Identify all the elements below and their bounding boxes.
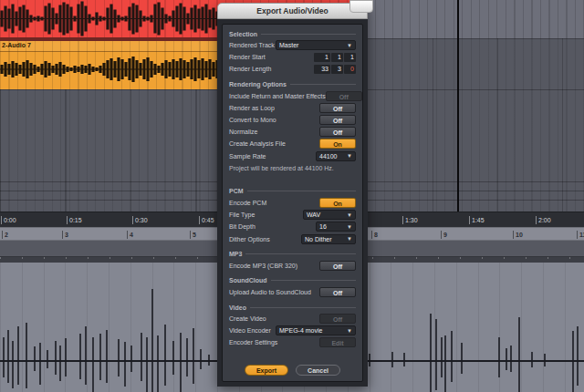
row-rendered-track: Rendered TrackMaster▼: [229, 39, 356, 51]
bar-number-label: 2: [2, 231, 8, 239]
field-label: Upload Audio to SoundCloud: [229, 289, 311, 295]
section-header: PCM: [229, 186, 356, 197]
field-label: Dither Options: [229, 236, 270, 242]
section-header: Selection: [229, 28, 356, 39]
toggle-include-return-and-master-effects: Off: [326, 91, 362, 101]
dialog-title: Export Audio/Video: [256, 6, 328, 15]
dialog-titlebar[interactable]: Export Audio/Video: [217, 3, 368, 19]
section-rule: [245, 253, 356, 254]
row-video-encoder: Video EncoderMPEG-4 movie▼: [229, 325, 356, 336]
window-corner-pill: [349, 0, 373, 13]
spin-cell[interactable]: 1: [314, 53, 330, 62]
dialog-panel: SelectionRendered TrackMaster▼Render Sta…: [222, 24, 363, 382]
time-label: 0:45: [199, 216, 214, 224]
section-header-label: MP3: [229, 251, 242, 257]
toggle-encode-pcm[interactable]: On: [319, 198, 356, 208]
section-header: MP3: [229, 249, 356, 260]
dropdown-value: 16: [317, 223, 327, 230]
time-label: 1:30: [402, 216, 418, 224]
toggle-create-analysis-file[interactable]: On: [319, 139, 356, 149]
spin-cell[interactable]: 1: [331, 53, 343, 62]
row-project-will-be-rendered-at-44100-hz: Project will be rendered at 44100 Hz.: [229, 162, 356, 174]
field-label: Create Analysis File: [229, 140, 286, 147]
row-render-as-loop: Render as LoopOff: [229, 102, 356, 114]
time-label: 0:15: [67, 216, 82, 224]
dropdown-value: No Dither: [302, 236, 332, 242]
track-lane: [367, 0, 584, 38]
row-sample-rate: Sample Rate44100▼: [229, 150, 356, 162]
lane-divider: [367, 38, 584, 39]
section-pcm: PCMEncode PCMOnFile TypeWAV▼Bit Depth16▼…: [229, 186, 356, 245]
ableton-arrangement-view: 2-Audio 7 0:000:150:300:451:301:452:00 2…: [0, 0, 584, 392]
section-rule: [250, 307, 356, 308]
row-normalize: NormalizeOff: [229, 126, 356, 138]
bar-number-label: 10: [513, 231, 523, 239]
field-label: Create Video: [229, 315, 266, 322]
spin-cell[interactable]: 1: [344, 53, 356, 62]
dialog-body: SelectionRendered TrackMaster▼Render Sta…: [217, 19, 368, 387]
section-video: VideoCreate VideoOffVideo EncoderMPEG-4 …: [229, 302, 356, 349]
field-label: Convert to Mono: [229, 117, 276, 123]
field-label: Video Encoder: [229, 327, 271, 334]
row-file-type: File TypeWAV▼: [229, 209, 356, 221]
section-soundcloud: SoundCloudUpload Audio to SoundCloudOff: [229, 275, 356, 298]
field-label: Normalize: [229, 129, 258, 135]
field-label: Sample Rate: [229, 153, 266, 160]
toggle-encode-mp3-cbr-320[interactable]: Off: [319, 261, 356, 271]
dropdown-rendered-track[interactable]: Master▼: [276, 40, 356, 50]
spin-render-length: 3330: [314, 65, 356, 74]
toggle-convert-to-mono[interactable]: Off: [319, 115, 356, 125]
field-label: Encode PCM: [229, 200, 266, 206]
row-create-video: Create VideoOff: [229, 313, 356, 325]
section-header-label: Video: [229, 304, 246, 311]
section-header-label: PCM: [229, 188, 244, 194]
dropdown-value: MPEG-4 movie: [276, 327, 322, 334]
time-label: 0:30: [132, 216, 148, 224]
section-rendering-options: Rendering OptionsInclude Return and Mast…: [229, 79, 356, 174]
section-mp3: MP3Encode MP3 (CBR 320)Off: [229, 249, 356, 272]
spin-cell[interactable]: 33: [314, 65, 330, 74]
dropdown-value: WAV: [304, 211, 320, 218]
section-header: Rendering Options: [229, 79, 356, 90]
spin-cell[interactable]: 0: [344, 65, 356, 74]
bar-number-label: 11: [577, 231, 584, 239]
dropdown-bit-depth[interactable]: 16▼: [316, 222, 356, 232]
field-label: Rendered Track: [229, 42, 275, 48]
dropdown-sample-rate[interactable]: 44100▼: [316, 151, 356, 161]
spin-cell[interactable]: 3: [331, 65, 343, 74]
row-bit-depth: Bit Depth16▼: [229, 221, 356, 232]
dropdown-video-encoder[interactable]: MPEG-4 movie▼: [276, 325, 356, 335]
section-rule: [290, 84, 356, 85]
row-encode-mp3-cbr-320: Encode MP3 (CBR 320)Off: [229, 260, 356, 272]
field-label: Include Return and Master Effects: [229, 93, 326, 99]
bar-number-label: 5: [190, 231, 196, 239]
section-header: SoundCloud: [229, 275, 356, 286]
bar-number-label: 3: [62, 231, 68, 239]
row-create-analysis-file: Create Analysis FileOn: [229, 138, 356, 150]
chevron-down-icon: ▼: [344, 224, 355, 230]
dropdown-value: Master: [276, 42, 298, 48]
field-label: File Type: [229, 211, 255, 218]
row-render-length: Render Length3330: [229, 63, 356, 75]
field-label: Render Length: [229, 66, 271, 72]
field-label: Bit Depth: [229, 223, 256, 230]
section-header-label: SoundCloud: [229, 277, 267, 284]
dropdown-file-type[interactable]: WAV▼: [303, 210, 356, 220]
toggle-normalize[interactable]: Off: [319, 127, 356, 137]
bar-number-label: 4: [127, 231, 133, 239]
toggle-render-as-loop[interactable]: Off: [319, 103, 356, 113]
cancel-button[interactable]: Cancel: [296, 365, 340, 376]
export-button[interactable]: Export: [245, 365, 288, 376]
chevron-down-icon: ▼: [344, 328, 355, 334]
bar-number-label: 9: [441, 231, 447, 239]
section-selection: SelectionRendered TrackMaster▼Render Sta…: [229, 28, 356, 76]
section-rule: [261, 34, 356, 35]
section-rule: [247, 191, 356, 191]
playhead-line[interactable]: [457, 0, 459, 211]
dropdown-dither-options[interactable]: No Dither▼: [301, 234, 356, 244]
field-label: Render Start: [229, 54, 266, 60]
time-label: 2:00: [536, 216, 551, 224]
field-label: Encode MP3 (CBR 320): [229, 263, 297, 269]
field-label: Render as Loop: [229, 105, 275, 111]
toggle-upload-audio-to-soundcloud[interactable]: Off: [319, 287, 356, 297]
